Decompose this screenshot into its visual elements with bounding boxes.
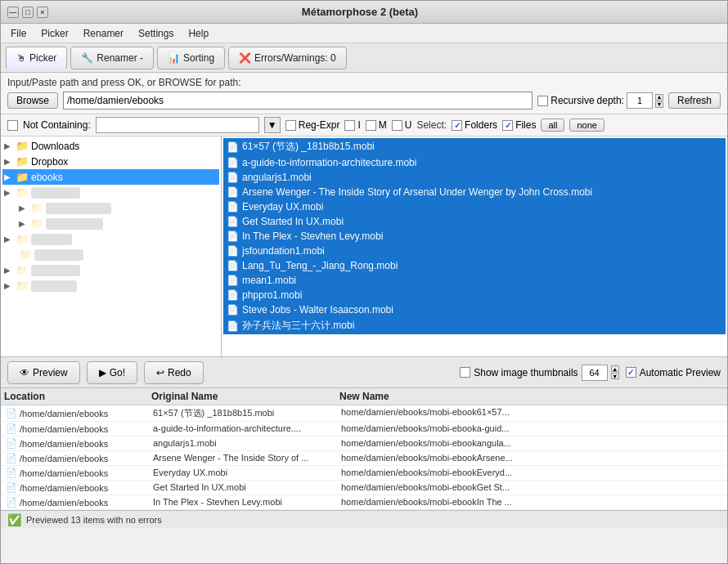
folder-icon: 📁 — [16, 155, 29, 168]
table-row: 📄/home/damien/ebooks a-guide-to-informat… — [1, 422, 727, 436]
tree-arrow: ▶ — [4, 235, 16, 244]
file-icon: 📄 — [227, 201, 239, 213]
tab-picker[interactable]: 🖱 Picker — [6, 47, 67, 69]
file-icon: 📄 — [227, 289, 239, 301]
file-item-2[interactable]: 📄 angularjs1.mobi — [223, 170, 726, 185]
menu-help[interactable]: Help — [182, 26, 215, 41]
titlebar: — □ × Métamorphose 2 (beta) — [1, 1, 727, 24]
size-down-arrow[interactable]: ▼ — [611, 373, 619, 379]
app-title: Métamorphose 2 (beta) — [302, 6, 418, 18]
tree-item-10[interactable]: ▶ 📁 blur — [2, 278, 219, 293]
u-checkbox[interactable] — [392, 120, 402, 131]
file-item-10[interactable]: 📄 phppro1.mobi — [223, 288, 726, 302]
tree-item-9[interactable]: ▶ 📁 blur — [2, 262, 219, 278]
preview-button[interactable]: 👁 Preview — [7, 361, 80, 384]
i-checkbox[interactable] — [344, 120, 355, 131]
folder-icon: 📁 — [30, 217, 43, 230]
menu-settings[interactable]: Settings — [132, 26, 180, 41]
minimize-button[interactable]: — — [7, 7, 19, 18]
redo-button[interactable]: ↩ Redo — [144, 361, 204, 384]
col-original: Original Name — [151, 391, 339, 402]
file-item-9[interactable]: 📄 mean1.mobi — [223, 273, 726, 288]
file-icon: 📄 — [227, 157, 239, 168]
close-button[interactable]: × — [37, 7, 48, 18]
file-item-12[interactable]: 📄 孙子兵法与三十六计.mobi — [223, 317, 726, 334]
menubar: File Picker Renamer Settings Help — [1, 24, 727, 43]
file-item-1[interactable]: 📄 a-guide-to-information-architecture.mo… — [223, 155, 726, 170]
tree-arrow: ▶ — [4, 172, 16, 181]
errors-icon: ❌ — [239, 52, 251, 64]
thumbnail-checkbox[interactable] — [460, 367, 470, 378]
file-icon: 📄 — [227, 304, 239, 316]
status-icon: ✅ — [7, 513, 21, 526]
redo-icon: ↩ — [156, 367, 164, 378]
file-panel: 📄 61×57 (节选) _181b8b15.mobi 📄 a-guide-to… — [222, 137, 727, 356]
file-icon: 📄 — [227, 186, 239, 198]
file-item-5[interactable]: 📄 Get Started In UX.mobi — [223, 214, 726, 229]
tree-item-dropbox[interactable]: ▶ 📁 Dropbox — [2, 154, 219, 169]
tab-renamer[interactable]: 🔧 Renamer - — [70, 47, 154, 69]
depth-input[interactable] — [627, 92, 653, 109]
auto-preview-option: Automatic Preview — [626, 367, 721, 378]
menu-picker[interactable]: Picker — [34, 26, 74, 41]
u-option: U — [392, 119, 412, 131]
tree-item-ebooks[interactable]: ▶ 📁 ebooks — [2, 169, 219, 185]
depth-down-arrow[interactable]: ▼ — [655, 101, 663, 108]
go-button[interactable]: ▶ Go! — [87, 361, 137, 384]
window-controls[interactable]: — □ × — [7, 7, 48, 18]
col-location: Location — [4, 391, 151, 402]
file-item-3[interactable]: 📄 Arsene Wenger - The Inside Story of Ar… — [223, 185, 726, 199]
refresh-button[interactable]: Refresh — [668, 92, 721, 109]
file-icon: 📄 — [227, 216, 239, 227]
file-item-4[interactable]: 📄 Everyday UX.mobi — [223, 199, 726, 214]
file-item-8[interactable]: 📄 Lang_Tu_Teng_-_Jiang_Rong.mobi — [223, 258, 726, 273]
browse-button[interactable]: Browse — [7, 92, 58, 109]
tree-arrow: ▶ — [19, 204, 30, 213]
menu-renamer[interactable]: Renamer — [77, 26, 130, 41]
file-icon: 📄 — [227, 231, 239, 242]
tree-item-6[interactable]: ▶ 📁 blur — [2, 216, 219, 231]
folder-icon: 📁 — [30, 202, 43, 214]
depth-up-arrow[interactable]: ▲ — [655, 94, 663, 101]
menu-file[interactable]: File — [4, 26, 33, 41]
tree-item-4[interactable]: ▶ 📁 blur — [2, 185, 219, 200]
actionbar: 👁 Preview ▶ Go! ↩ Redo Show image thumbn… — [1, 357, 727, 388]
maximize-button[interactable]: □ — [22, 7, 34, 18]
reg-expr-checkbox[interactable] — [285, 120, 296, 131]
file-item-0[interactable]: 📄 61×57 (节选) _181b8b15.mobi — [223, 138, 726, 155]
file-item-7[interactable]: 📄 jsfoundation1.mobi — [223, 244, 726, 258]
folder-icon: 📁 — [16, 264, 29, 276]
file-item-11[interactable]: 📄 Steve Jobs - Walter Isaacson.mobi — [223, 302, 726, 317]
m-checkbox[interactable] — [366, 120, 376, 131]
all-button[interactable]: all — [541, 119, 564, 132]
pathbar: Input/Paste path and press OK, or BROWSE… — [1, 73, 727, 114]
thumbnail-size-input[interactable] — [582, 365, 608, 381]
path-input[interactable] — [63, 92, 533, 110]
tree-item-7[interactable]: ▶ 📁 blur — [2, 231, 219, 247]
filter-input[interactable] — [96, 117, 259, 133]
folders-checkbox[interactable] — [452, 120, 462, 131]
tab-errors[interactable]: ❌ Errors/Warnings: 0 — [228, 47, 347, 69]
tree-item-5[interactable]: ▶ 📁 blur — [2, 200, 219, 216]
tree-item-8[interactable]: 📁 blur — [2, 247, 219, 262]
col-new: New Name — [339, 391, 724, 402]
recursive-label: Recursive — [550, 95, 594, 106]
main-area: ▶ 📁 Downloads ▶ 📁 Dropbox ▶ 📁 ebooks ▶ 📁… — [1, 137, 727, 357]
tree-item-downloads[interactable]: ▶ 📁 Downloads — [2, 138, 219, 154]
tab-sorting[interactable]: 📊 Sorting — [157, 47, 225, 69]
thumbnail-option: Show image thumbnails ▲ ▼ — [460, 365, 618, 381]
none-button[interactable]: none — [569, 119, 604, 132]
file-item-6[interactable]: 📄 In The Plex - Stevhen Levy.mobi — [223, 229, 726, 244]
not-containing-checkbox[interactable] — [7, 120, 18, 131]
folder-icon: 📁 — [16, 186, 29, 199]
tree-arrow: ▶ — [4, 281, 16, 290]
auto-preview-checkbox[interactable] — [626, 367, 636, 378]
file-icon: 📄 — [227, 245, 239, 257]
filter-dropdown[interactable]: ▼ — [264, 117, 281, 133]
files-checkbox[interactable] — [502, 120, 513, 131]
table-row: 📄/home/damien/ebooks Arsene Wenger - The… — [1, 451, 727, 466]
size-up-arrow[interactable]: ▲ — [611, 365, 619, 372]
filterbar: Not Containing: ▼ Reg-Expr I M U Select:… — [1, 114, 727, 137]
row-file-icon: 📄 — [6, 497, 17, 508]
recursive-checkbox[interactable] — [537, 96, 548, 106]
